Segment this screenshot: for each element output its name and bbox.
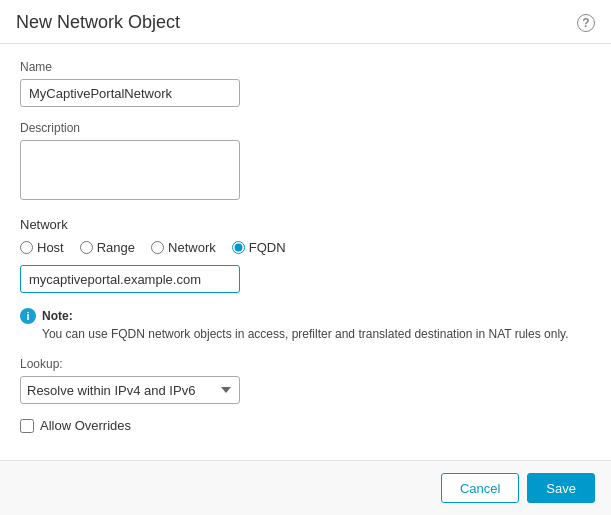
radio-range-label[interactable]: Range bbox=[97, 240, 135, 255]
dialog-footer: Cancel Save bbox=[0, 460, 611, 515]
note-content: Note: You can use FQDN network objects i… bbox=[42, 307, 569, 343]
lookup-label: Lookup: bbox=[20, 357, 591, 371]
lookup-select[interactable]: Resolve within IPv4 and IPv6 Resolve wit… bbox=[20, 376, 240, 404]
radio-fqdn[interactable] bbox=[232, 241, 245, 254]
help-icon[interactable]: ? bbox=[577, 14, 595, 32]
dialog-body: Name Description Network Host Range bbox=[0, 44, 611, 460]
radio-host-item[interactable]: Host bbox=[20, 240, 64, 255]
network-type-radios: Host Range Network FQDN bbox=[20, 240, 591, 255]
dialog-title: New Network Object bbox=[16, 12, 180, 33]
name-input[interactable] bbox=[20, 79, 240, 107]
description-label: Description bbox=[20, 121, 591, 135]
radio-fqdn-label[interactable]: FQDN bbox=[249, 240, 286, 255]
radio-range[interactable] bbox=[80, 241, 93, 254]
radio-range-item[interactable]: Range bbox=[80, 240, 135, 255]
note-text: You can use FQDN network objects in acce… bbox=[42, 327, 569, 341]
description-input[interactable] bbox=[20, 140, 240, 200]
network-section-label: Network bbox=[20, 217, 591, 232]
allow-overrides-checkbox[interactable] bbox=[20, 419, 34, 433]
name-group: Name bbox=[20, 60, 591, 107]
radio-host[interactable] bbox=[20, 241, 33, 254]
allow-overrides-label[interactable]: Allow Overrides bbox=[40, 418, 131, 433]
radio-fqdn-item[interactable]: FQDN bbox=[232, 240, 286, 255]
fqdn-input[interactable] bbox=[20, 265, 240, 293]
dialog-header: New Network Object ? bbox=[0, 0, 611, 44]
lookup-select-wrapper: Resolve within IPv4 and IPv6 Resolve wit… bbox=[20, 376, 240, 404]
cancel-button[interactable]: Cancel bbox=[441, 473, 519, 503]
new-network-object-dialog: New Network Object ? Name Description Ne… bbox=[0, 0, 611, 515]
name-label: Name bbox=[20, 60, 591, 74]
description-group: Description bbox=[20, 121, 591, 203]
lookup-group: Lookup: Resolve within IPv4 and IPv6 Res… bbox=[20, 357, 591, 404]
note-box: i Note: You can use FQDN network objects… bbox=[20, 307, 591, 343]
radio-network-item[interactable]: Network bbox=[151, 240, 216, 255]
radio-host-label[interactable]: Host bbox=[37, 240, 64, 255]
note-label: Note: bbox=[42, 309, 73, 323]
allow-overrides-group[interactable]: Allow Overrides bbox=[20, 418, 591, 433]
radio-network[interactable] bbox=[151, 241, 164, 254]
save-button[interactable]: Save bbox=[527, 473, 595, 503]
info-icon: i bbox=[20, 308, 36, 324]
radio-network-label[interactable]: Network bbox=[168, 240, 216, 255]
network-group: Network Host Range Network FQDN bbox=[20, 217, 591, 293]
